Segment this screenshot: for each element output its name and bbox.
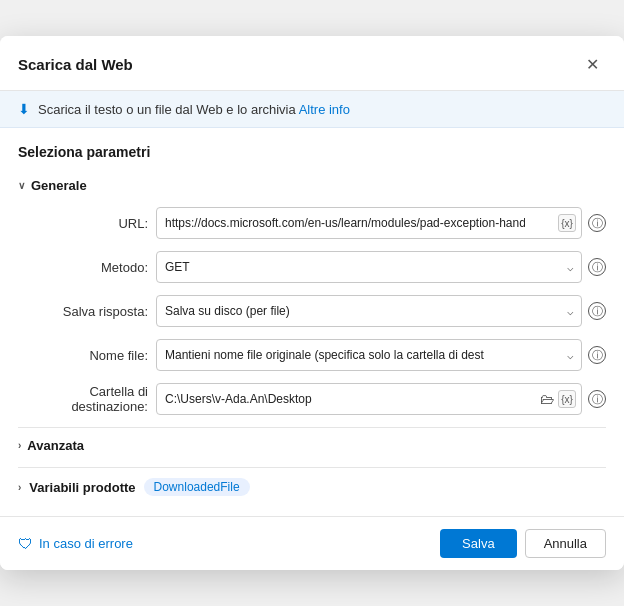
metodo-label: Metodo: [18, 260, 148, 275]
metodo-control: GET POST PUT DELETE ⌵ ⓘ [156, 251, 606, 283]
salva-label: Salva risposta: [18, 304, 148, 319]
url-input-wrap: {x} [156, 207, 582, 239]
url-xvar-btn[interactable]: {x} [558, 214, 576, 232]
main-dialog: Scarica dal Web ✕ ⬇ Scarica il testo o u… [0, 36, 624, 570]
metodo-row: Metodo: GET POST PUT DELETE ⌵ ⓘ [18, 251, 606, 283]
nomefile-row: Nome file: Mantieni nome file originale … [18, 339, 606, 371]
generale-group: ∨ Generale URL: {x} ⓘ Metodo: [18, 174, 606, 415]
variabili-badge: DownloadedFile [144, 478, 250, 496]
nomefile-label: Nome file: [18, 348, 148, 363]
generale-header[interactable]: ∨ Generale [18, 174, 606, 197]
cartella-xvar-btn[interactable]: {x} [558, 390, 576, 408]
variabili-chevron-icon: › [18, 482, 21, 493]
salva-row: Salva risposta: Salva su disco (per file… [18, 295, 606, 327]
salva-select-wrap: Salva su disco (per file) Salva in varia… [156, 295, 582, 327]
variabili-row[interactable]: › Variabili prodotte DownloadedFile [18, 474, 606, 500]
footer-buttons: Salva Annulla [440, 529, 606, 558]
close-button[interactable]: ✕ [578, 50, 606, 78]
dialog-body: Seleziona parametri ∨ Generale URL: {x} … [0, 128, 624, 516]
dialog-title: Scarica dal Web [18, 56, 133, 73]
cartella-input-wrap: 🗁 {x} [156, 383, 582, 415]
cartella-control: 🗁 {x} ⓘ [156, 383, 606, 415]
url-row: URL: {x} ⓘ [18, 207, 606, 239]
dialog-header: Scarica dal Web ✕ [0, 36, 624, 91]
cancel-button[interactable]: Annulla [525, 529, 606, 558]
nomefile-select-wrap: Mantieni nome file originale (specifica … [156, 339, 582, 371]
nomefile-info-icon[interactable]: ⓘ [588, 346, 606, 364]
salva-control: Salva su disco (per file) Salva in varia… [156, 295, 606, 327]
cartella-row: Cartella di destinazione: 🗁 {x} ⓘ [18, 383, 606, 415]
cartella-label: Cartella di destinazione: [18, 384, 148, 414]
nomefile-select[interactable]: Mantieni nome file originale (specifica … [156, 339, 582, 371]
cartella-info-icon[interactable]: ⓘ [588, 390, 606, 408]
cartella-suffix: 🗁 {x} [540, 390, 576, 408]
metodo-info-icon[interactable]: ⓘ [588, 258, 606, 276]
altre-info-link[interactable]: Altre info [299, 102, 350, 117]
url-input[interactable] [156, 207, 582, 239]
avanzata-label: Avanzata [27, 438, 84, 453]
url-control: {x} ⓘ [156, 207, 606, 239]
variabili-label: Variabili prodotte [29, 480, 135, 495]
avanzata-chevron-icon: › [18, 440, 21, 451]
save-button[interactable]: Salva [440, 529, 517, 558]
divider-2 [18, 467, 606, 468]
metodo-select-wrap: GET POST PUT DELETE ⌵ [156, 251, 582, 283]
banner-text: Scarica il testo o un file dal Web e lo … [38, 102, 350, 117]
cartella-input[interactable] [156, 383, 582, 415]
shield-icon: 🛡 [18, 535, 33, 552]
error-link[interactable]: 🛡 In caso di errore [18, 535, 133, 552]
salva-info-icon[interactable]: ⓘ [588, 302, 606, 320]
dialog-footer: 🛡 In caso di errore Salva Annulla [0, 516, 624, 570]
metodo-select[interactable]: GET POST PUT DELETE [156, 251, 582, 283]
salva-select[interactable]: Salva su disco (per file) Salva in varia… [156, 295, 582, 327]
section-title: Seleziona parametri [18, 144, 606, 160]
generale-label: Generale [31, 178, 87, 193]
url-suffix: {x} [558, 214, 576, 232]
url-info-icon[interactable]: ⓘ [588, 214, 606, 232]
avanzata-header[interactable]: › Avanzata [18, 434, 606, 457]
generale-chevron: ∨ [18, 180, 25, 191]
download-icon: ⬇ [18, 101, 30, 117]
folder-icon[interactable]: 🗁 [540, 391, 554, 407]
info-banner: ⬇ Scarica il testo o un file dal Web e l… [0, 91, 624, 128]
divider-1 [18, 427, 606, 428]
nomefile-control: Mantieni nome file originale (specifica … [156, 339, 606, 371]
url-label: URL: [18, 216, 148, 231]
error-label: In caso di errore [39, 536, 133, 551]
